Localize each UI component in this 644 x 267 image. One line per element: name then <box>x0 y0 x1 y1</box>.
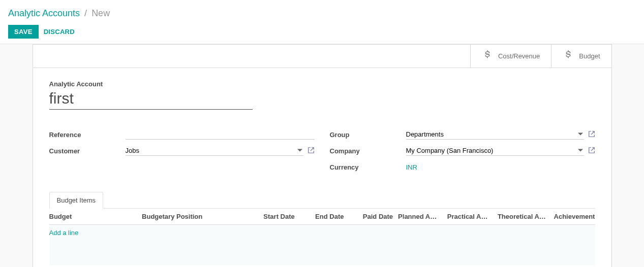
col-achievement: Achievement <box>546 213 595 220</box>
col-budget: Budget <box>49 213 142 220</box>
company-external-link-icon[interactable] <box>588 147 595 155</box>
group-external-link-icon[interactable] <box>588 130 595 139</box>
col-practical-amount: Practical Amo… <box>442 213 492 220</box>
col-start-date: Start Date <box>246 213 295 220</box>
breadcrumb: Analytic Accounts / New <box>8 8 636 19</box>
company-label: Company <box>330 147 406 155</box>
group-label: Group <box>330 131 406 139</box>
currency-value[interactable]: INR <box>406 163 417 171</box>
breadcrumb-current: New <box>91 8 110 18</box>
col-theoretical-amount: Theoretical A… <box>491 213 545 220</box>
analytic-account-label: Analytic Account <box>49 80 595 88</box>
customer-label: Customer <box>49 147 126 155</box>
col-end-date: End Date <box>295 213 344 220</box>
cost-revenue-stat-button[interactable]: Cost/Revenue <box>470 45 551 68</box>
customer-external-link-icon[interactable] <box>308 147 315 155</box>
col-paid-date: Paid Date <box>344 213 393 220</box>
col-budgetary-position: Budgetary Position <box>142 213 246 220</box>
dollar-icon <box>563 50 574 62</box>
group-input[interactable] <box>406 129 584 140</box>
tab-budget-items[interactable]: Budget Items <box>49 192 104 209</box>
dollar-icon <box>482 50 493 62</box>
breadcrumb-parent[interactable]: Analytic Accounts <box>8 8 80 18</box>
reference-label: Reference <box>49 131 126 139</box>
add-a-line[interactable]: Add a line <box>49 228 595 238</box>
table-header: Budget Budgetary Position Start Date End… <box>49 209 595 225</box>
col-planned-amount: Planned Am… <box>393 213 442 220</box>
reference-input[interactable] <box>126 129 315 140</box>
analytic-account-name-input[interactable] <box>49 90 253 110</box>
currency-label: Currency <box>330 163 406 171</box>
customer-input[interactable] <box>126 146 303 156</box>
budget-label: Budget <box>579 52 600 60</box>
cost-revenue-label: Cost/Revenue <box>498 52 540 60</box>
form-sheet: Cost/Revenue Budget Analytic Account Ref… <box>33 44 612 267</box>
budget-stat-button[interactable]: Budget <box>551 45 611 68</box>
company-input[interactable] <box>406 146 584 156</box>
save-button[interactable]: SAVE <box>8 25 39 39</box>
breadcrumb-separator: / <box>84 8 87 18</box>
discard-button[interactable]: DISCARD <box>44 28 75 36</box>
